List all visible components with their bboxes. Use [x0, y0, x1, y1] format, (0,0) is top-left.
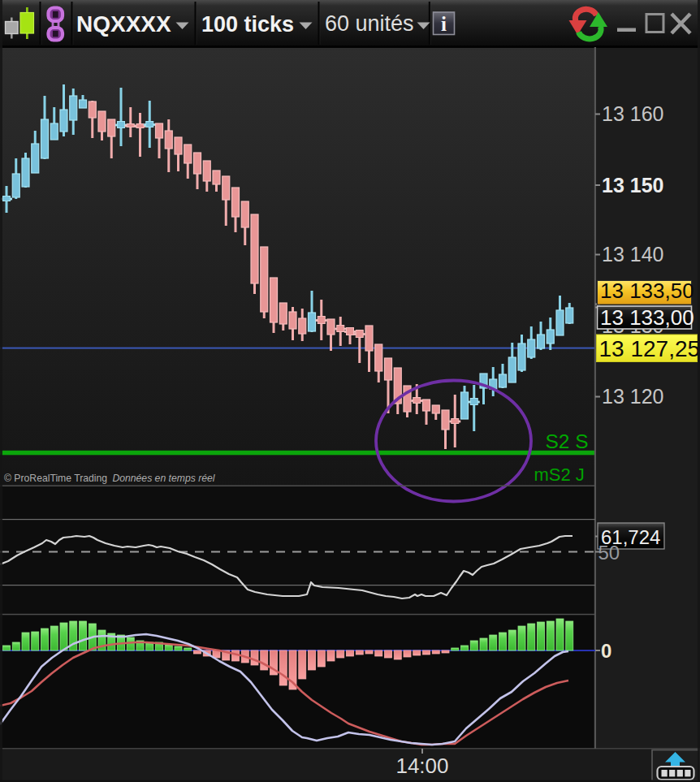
- svg-text:13 160: 13 160: [602, 102, 663, 125]
- svg-text:0: 0: [601, 640, 611, 662]
- svg-text:© ProRealTime Trading Données: © ProRealTime Trading Données en temps r…: [4, 473, 215, 484]
- svg-text:13 133,00: 13 133,00: [600, 305, 694, 330]
- svg-text:NQXXXX: NQXXXX: [76, 11, 171, 37]
- svg-text:13 133,50: 13 133,50: [600, 279, 694, 303]
- svg-text:100 ticks: 100 ticks: [201, 12, 294, 37]
- svg-text:60 unités: 60 unités: [325, 11, 414, 36]
- svg-text:13 140: 13 140: [602, 243, 663, 266]
- svg-text:13 120: 13 120: [602, 385, 663, 408]
- svg-text:50: 50: [598, 542, 620, 564]
- svg-text:13 150: 13 150: [602, 174, 663, 197]
- svg-text:S2 S: S2 S: [546, 430, 589, 452]
- svg-text:i: i: [441, 13, 447, 35]
- svg-text:13 127,25: 13 127,25: [599, 336, 700, 361]
- svg-text:14:00: 14:00: [395, 754, 448, 778]
- svg-text:mS2 J: mS2 J: [534, 464, 585, 485]
